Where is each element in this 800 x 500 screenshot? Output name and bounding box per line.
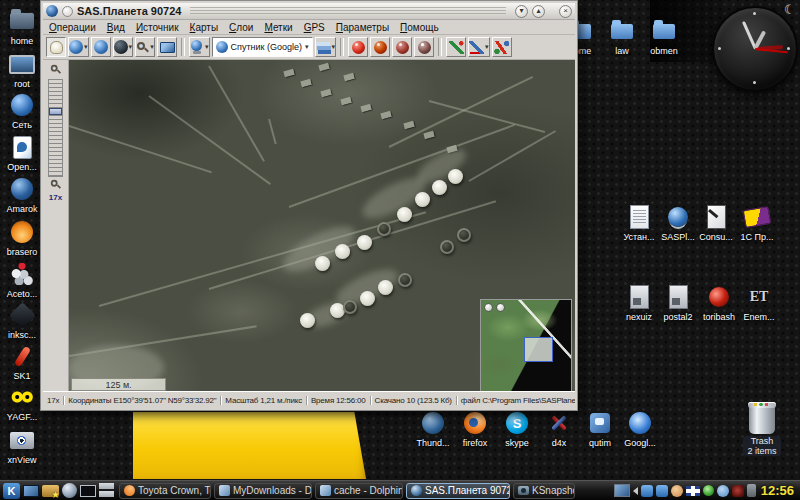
menu-layers[interactable]: Слои [229,22,253,33]
icon-label: law [615,46,629,56]
menu-marks[interactable]: Метки [264,22,292,33]
desktop-icon-firefox[interactable]: firefox [453,410,497,448]
web-browser-icon[interactable] [62,483,77,498]
overview-minimap[interactable] [480,299,572,391]
zoom-out-button[interactable] [48,177,64,191]
zoom-tool-button[interactable]: ▾ [135,37,155,57]
desktop-icon-openoffice[interactable]: Open... [0,134,44,172]
map-building [320,89,331,97]
menu-source[interactable]: Источник [136,22,179,33]
desktop-icon-consultant[interactable]: Consu... [694,204,738,242]
desktop-icon-enemy-territory[interactable]: Enem... [737,284,781,322]
desktop-icon-amarok[interactable]: Amarok [0,176,44,214]
shade-button[interactable]: ▾ [515,5,528,18]
map-tank [315,256,330,271]
maximize-button[interactable]: ▴ [532,5,545,18]
sticky-note[interactable] [133,412,366,479]
tray-device-icon[interactable] [747,484,756,497]
desktop-icon-acetone[interactable]: Aceto... [0,261,44,299]
window-menu-button[interactable] [62,6,73,17]
desktop-pager[interactable] [99,483,114,498]
menu-gps[interactable]: GPS [304,22,325,33]
desktop-icon-ustan[interactable]: Устан... [617,204,661,242]
full-map-button[interactable]: ▾ [113,37,134,57]
show-desktop-button[interactable] [23,485,39,497]
desktop-icon-law-folder[interactable]: law [600,18,644,56]
desktop-icon-home[interactable]: home [0,8,44,46]
tray-app-icon[interactable] [732,485,744,497]
task-firefox[interactable]: Toyota Crown, Toyota... [119,483,211,499]
taskbar-clock[interactable]: 12:56 [759,483,798,498]
konsole-icon[interactable] [80,485,96,497]
menu-parameters[interactable]: Параметры [336,22,389,33]
app-icon [46,5,58,17]
fullscreen-button[interactable] [157,37,177,57]
move-tool-button[interactable]: ▾ [68,37,89,57]
minimap-viewport-rect[interactable] [524,337,553,362]
desktop-icon-nexuiz[interactable]: nexuiz [617,284,661,322]
zoom-in-button[interactable] [48,62,64,76]
desktop-icon-obmen-folder[interactable]: obmen [642,18,686,56]
placemark-manager-button[interactable] [392,37,412,57]
map-type-button[interactable]: ▾ [189,37,210,57]
tray-user-icon[interactable] [671,485,683,497]
task-dolphin-mydownloads[interactable]: MyDownloads - Dolphin [214,483,312,499]
status-coordinates: Координаты E150°39'51.07" N59°33'32.92" [64,396,221,405]
desktop-icon-d4x[interactable]: d4x [537,410,581,448]
menu-operations[interactable]: Операции [49,22,96,33]
analog-clock-widget[interactable] [712,6,798,92]
pan-tool-button[interactable] [46,37,66,57]
desktop-icon-qutim[interactable]: qutim [578,410,622,448]
desktop-icon-inkscape[interactable]: inksc... [0,302,44,340]
desktop-icon-trash[interactable]: Trash 2 items [740,404,784,456]
menu-maps[interactable]: Карты [190,22,219,33]
desktop-icon-1c[interactable]: 1С Пр... [735,204,779,242]
desktop-icon-skype[interactable]: skype [495,410,539,448]
menu-help[interactable]: Помощь [400,22,439,33]
desktop-icon-postal2[interactable]: postal2 [656,284,700,322]
keyboard-layout-flag-icon[interactable] [686,486,700,496]
menu-view[interactable]: Вид [107,22,125,33]
desktop-icon-root[interactable]: root [0,51,44,89]
task-sasplanet[interactable]: SAS.Планета 90724 [406,483,510,499]
task-dolphin-cache[interactable]: cache - Dolphin [315,483,403,499]
task-ksnapshot[interactable]: KSnapshot [513,483,575,499]
desktop-icon-thunderbird[interactable]: Thund... [411,410,455,448]
kmenu-button[interactable] [3,483,20,499]
placemark-icon [396,41,409,54]
trash-icon [749,404,775,434]
map-source-combo[interactable]: Спутник (Google) ▾ [212,37,313,57]
close-button[interactable]: × [559,5,572,18]
route-measure-button[interactable] [492,37,512,57]
desktop-icon-toribash[interactable]: toribash [697,284,741,322]
desktop-icon-yagf[interactable]: YAGF... [0,384,44,422]
layers-button[interactable]: ▾ [315,37,337,57]
desktop-icon-brasero[interactable]: brasero [0,219,44,257]
tray-messenger-icon[interactable] [641,485,653,497]
minimap-zoom-button[interactable] [484,303,493,312]
tray-collapse-arrow-icon[interactable] [633,487,638,495]
scale-bar-label: 125 м. [105,380,131,390]
desktop-icon-network[interactable]: Сеть [0,92,44,130]
desktop-icon-sk1[interactable]: SK1 [0,343,44,381]
selection-tool-button[interactable] [91,37,111,57]
scale-bar: 125 м. [71,378,166,391]
bookmarks-folder-icon[interactable] [42,485,59,497]
zoom-slider-handle[interactable] [49,108,62,115]
route-add-button[interactable] [446,37,466,57]
placemark-add-button[interactable] [348,37,368,57]
map-view[interactable]: 125 м. [69,60,575,391]
zoom-slider[interactable] [48,79,63,177]
openoffice-icon [13,136,32,159]
route-edit-button[interactable]: ▾ [468,37,490,57]
tray-messenger-icon[interactable] [656,485,668,497]
desktop-icon-google-earth[interactable]: Googl... [618,410,662,448]
display-settings-icon[interactable] [614,484,630,497]
minimap-layer-button[interactable] [496,303,505,312]
placemark-edit-button[interactable] [370,37,390,57]
desktop-icon-xnview[interactable]: xnView [0,427,44,465]
placemark-delete-button[interactable] [414,37,434,57]
tray-status-icon[interactable] [703,485,714,496]
tray-contact-icon[interactable] [717,485,729,497]
window-titlebar[interactable]: SAS.Планета 90724 ▾ ▴ × [43,3,575,20]
